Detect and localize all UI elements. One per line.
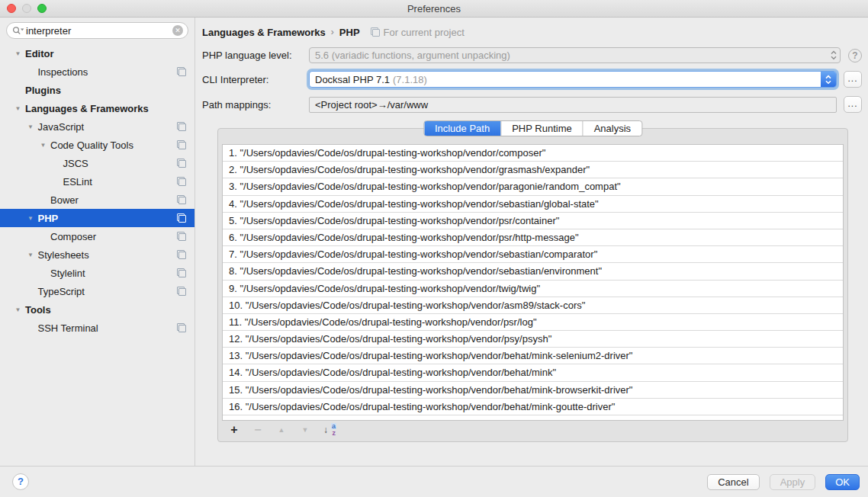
- footer-bar: ? Cancel Apply OK: [0, 466, 868, 497]
- include-path-row[interactable]: 14. "/Users/opdavies/Code/os/drupal-test…: [223, 364, 843, 381]
- sidebar-item-label: Stylesheets: [38, 249, 89, 261]
- breadcrumb: Languages & Frameworks › PHP For current…: [202, 25, 862, 39]
- language-level-select[interactable]: 5.6 (variadic functions, argument unpack…: [309, 47, 841, 63]
- path-mappings-more-button[interactable]: ...: [844, 96, 862, 113]
- include-path-row[interactable]: 17. "/Users/opdavies/Code/os/drupal-test…: [223, 415, 843, 421]
- sidebar-item-plugins[interactable]: Plugins: [0, 81, 194, 99]
- include-path-list[interactable]: 1. "/Users/opdavies/Code/os/drupal-testi…: [222, 144, 844, 421]
- clear-search-icon[interactable]: ✕: [172, 25, 183, 36]
- include-path-row[interactable]: 6. "/Users/opdavies/Code/os/drupal-testi…: [223, 229, 843, 246]
- sidebar-item-label: Tools: [25, 304, 51, 316]
- sidebar-item-stylesheets[interactable]: ▼Stylesheets: [0, 245, 194, 264]
- sidebar-item-composer[interactable]: Composer: [0, 227, 194, 245]
- sidebar-item-bower[interactable]: Bower: [0, 191, 194, 209]
- interpreter-settings-panel: Include PathPHP RuntimeAnalysis 1. "/Use…: [217, 128, 848, 442]
- zoom-window-button[interactable]: [37, 4, 47, 13]
- expand-arrow-icon[interactable]: ▼: [26, 252, 36, 258]
- chevron-up-down-icon[interactable]: [828, 48, 840, 63]
- sidebar-item-typescript[interactable]: TypeScript: [0, 282, 194, 300]
- help-button[interactable]: ?: [12, 473, 29, 490]
- language-level-label: PHP language level:: [202, 50, 309, 61]
- help-context-icon[interactable]: ?: [848, 49, 862, 63]
- sidebar-item-label: SSH Terminal: [38, 322, 98, 334]
- include-path-row[interactable]: 9. "/Users/opdavies/Code/os/drupal-testi…: [223, 281, 843, 297]
- sidebar-item-eslint[interactable]: ESLint: [0, 172, 194, 191]
- current-project-config-icon: [177, 140, 186, 149]
- current-project-config-icon: [371, 27, 380, 37]
- tab-group: Include PathPHP RuntimeAnalysis: [423, 120, 642, 136]
- include-path-row[interactable]: 12. "/Users/opdavies/Code/os/drupal-test…: [223, 331, 843, 348]
- tab-php-runtime[interactable]: PHP Runtime: [501, 121, 583, 136]
- include-path-row[interactable]: 4. "/Users/opdavies/Code/os/drupal-testi…: [223, 196, 843, 213]
- tab-analysis[interactable]: Analysis: [583, 121, 641, 136]
- include-path-row[interactable]: 7. "/Users/opdavies/Code/os/drupal-testi…: [223, 246, 843, 263]
- include-path-row[interactable]: 2. "/Users/opdavies/Code/os/drupal-testi…: [223, 162, 843, 178]
- cli-interpreter-label: CLI Interpreter:: [202, 74, 309, 85]
- sidebar-item-php[interactable]: ▼PHP: [0, 209, 194, 227]
- include-path-row[interactable]: 3. "/Users/opdavies/Code/os/drupal-testi…: [223, 178, 843, 195]
- include-path-row[interactable]: 16. "/Users/opdavies/Code/os/drupal-test…: [223, 399, 843, 415]
- include-path-row[interactable]: 1. "/Users/opdavies/Code/os/drupal-testi…: [223, 145, 843, 162]
- sidebar-item-languages-frameworks[interactable]: ▼Languages & Frameworks: [0, 99, 194, 117]
- expand-arrow-icon[interactable]: ▼: [13, 50, 23, 57]
- sort-alphabetically-button[interactable]: ↓az: [323, 424, 336, 436]
- sidebar-item-tools[interactable]: ▼Tools: [0, 300, 194, 319]
- sidebar-item-label: JavaScript: [38, 121, 85, 133]
- search-input[interactable]: [24, 25, 172, 37]
- sidebar-item-label: Inspections: [38, 66, 88, 78]
- language-level-value: 5.6 (variadic functions, argument unpack…: [315, 50, 510, 61]
- include-path-row[interactable]: 13. "/Users/opdavies/Code/os/drupal-test…: [223, 348, 843, 364]
- php-settings-page: Languages & Frameworks › PHP For current…: [195, 18, 868, 466]
- cancel-button[interactable]: Cancel: [707, 474, 759, 490]
- include-path-row[interactable]: 5. "/Users/opdavies/Code/os/drupal-testi…: [223, 213, 843, 229]
- sidebar-item-ssh-terminal[interactable]: SSH Terminal: [0, 319, 194, 337]
- breadcrumb-section: Languages & Frameworks: [202, 27, 326, 38]
- minimize-window-button[interactable]: [22, 4, 31, 13]
- sidebar-item-javascript[interactable]: ▼JavaScript: [0, 117, 194, 136]
- current-project-config-icon: [177, 195, 186, 204]
- current-project-config-icon: [177, 67, 186, 76]
- cli-interpreter-more-button[interactable]: ...: [844, 71, 862, 88]
- settings-search-box[interactable]: ✕: [6, 22, 188, 39]
- sidebar-item-code-quality-tools[interactable]: ▼Code Quality Tools: [0, 136, 194, 154]
- sort-z-label: z: [332, 430, 337, 436]
- sidebar-item-label: Plugins: [25, 85, 61, 96]
- sidebar-item-jscs[interactable]: JSCS: [0, 154, 194, 172]
- path-mappings-field[interactable]: <Project root>→/var/www: [309, 97, 837, 113]
- sidebar-item-label: TypeScript: [38, 286, 85, 297]
- close-window-button[interactable]: [7, 4, 16, 13]
- sidebar-item-stylelint[interactable]: Stylelint: [0, 264, 194, 282]
- expand-arrow-icon[interactable]: ▼: [13, 105, 23, 112]
- ok-button[interactable]: OK: [825, 474, 860, 490]
- move-up-button[interactable]: ▲: [276, 426, 287, 434]
- chevron-up-down-icon[interactable]: [821, 72, 836, 87]
- expand-arrow-icon[interactable]: ▼: [26, 215, 36, 222]
- breadcrumb-separator-icon: ›: [331, 27, 334, 37]
- include-path-row[interactable]: 10. "/Users/opdavies/Code/os/drupal-test…: [223, 297, 843, 314]
- include-path-row[interactable]: 15. "/Users/opdavies/Code/os/drupal-test…: [223, 382, 843, 399]
- include-path-row[interactable]: 8. "/Users/opdavies/Code/os/drupal-testi…: [223, 263, 843, 280]
- expand-arrow-icon[interactable]: ▼: [13, 306, 23, 313]
- sidebar-item-label: Stylelint: [50, 268, 85, 279]
- sidebar-item-inspections[interactable]: Inspections: [0, 63, 194, 81]
- expand-arrow-icon[interactable]: ▼: [26, 123, 36, 130]
- cli-interpreter-version: (7.1.18): [393, 74, 427, 85]
- search-icon[interactable]: [12, 26, 24, 36]
- cli-interpreter-select[interactable]: Docksal PHP 7.1 (7.1.18): [309, 71, 837, 88]
- expand-arrow-icon[interactable]: ▼: [38, 142, 48, 149]
- list-toolbar: +−▲▼↓az: [222, 421, 844, 439]
- move-down-button[interactable]: ▼: [300, 426, 310, 434]
- tab-include-path[interactable]: Include Path: [424, 121, 501, 136]
- include-path-row[interactable]: 11. "/Users/opdavies/Code/os/drupal-test…: [223, 314, 843, 331]
- apply-button[interactable]: Apply: [770, 474, 816, 490]
- current-project-config-icon: [177, 122, 186, 131]
- path-mappings-value: <Project root>→/var/www: [315, 99, 428, 111]
- current-project-config-icon: [177, 287, 186, 296]
- add-button[interactable]: +: [229, 423, 240, 437]
- window-title: Preferences: [407, 3, 461, 14]
- sort-a-label: a: [331, 423, 336, 429]
- sidebar-item-label: Composer: [50, 231, 96, 242]
- remove-button[interactable]: −: [252, 423, 263, 437]
- sidebar-item-label: Code Quality Tools: [50, 139, 133, 151]
- sidebar-item-editor[interactable]: ▼Editor: [0, 44, 194, 63]
